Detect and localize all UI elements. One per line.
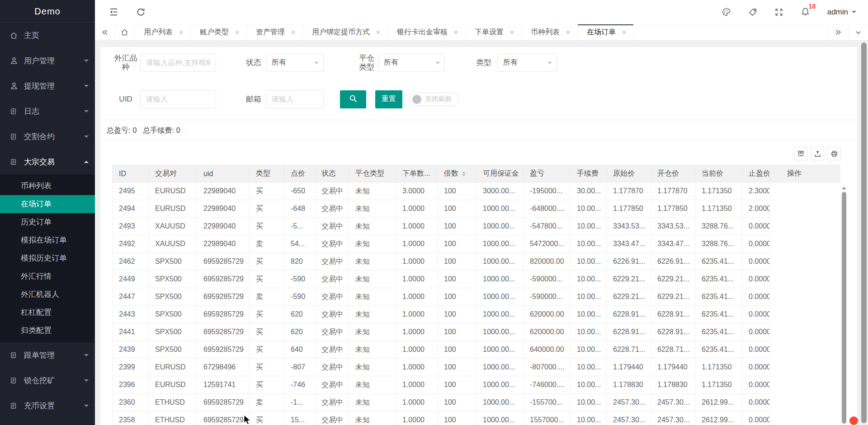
- tag-icon[interactable]: [748, 8, 757, 17]
- tabs-scroll-left-button[interactable]: [95, 24, 115, 40]
- sidebar-item[interactable]: 用户管理: [0, 48, 95, 73]
- page-scrollbar[interactable]: [860, 41, 868, 425]
- table-cell: 620000.00: [524, 323, 571, 341]
- close-type-select[interactable]: 所有: [378, 54, 445, 72]
- sidebar-subitem[interactable]: 历史订单: [0, 213, 95, 231]
- tab-active[interactable]: 在场订单: [578, 24, 634, 40]
- sidebar-item[interactable]: 锁仓挖矿: [0, 368, 95, 393]
- reset-button[interactable]: 重置: [375, 90, 402, 108]
- tab-close-icon[interactable]: [375, 29, 381, 35]
- tab[interactable]: 用户列表: [135, 24, 191, 40]
- sidebar-subitem[interactable]: 归类配置: [0, 322, 95, 340]
- table-cell: 2447: [113, 288, 149, 306]
- tab[interactable]: 账户类型: [191, 24, 247, 40]
- table-scrollbar[interactable]: [840, 182, 847, 425]
- tabs-scroll-right-button[interactable]: [828, 24, 848, 40]
- email-input[interactable]: [266, 90, 324, 108]
- search-button[interactable]: [340, 90, 366, 108]
- symbol-input[interactable]: [140, 54, 216, 72]
- tab-close-icon[interactable]: [509, 29, 515, 35]
- column-header: 当前价: [695, 165, 742, 182]
- tab[interactable]: 下单设置: [466, 24, 522, 40]
- tab-close-icon[interactable]: [178, 29, 184, 35]
- table-cell: 2449: [113, 271, 149, 288]
- table-cell: 6229.21...: [607, 288, 651, 306]
- sort-icon[interactable]: [462, 170, 466, 178]
- table-cell: 1.0000: [396, 359, 438, 376]
- table-cell: 0.0000: [742, 306, 770, 323]
- sidebar-item-label: 大宗交易: [24, 157, 55, 167]
- page-scrollbar-thumb[interactable]: [861, 42, 867, 423]
- tabs-menu-button[interactable]: [848, 24, 868, 40]
- sidebar-subitem[interactable]: 在场订单: [0, 195, 95, 213]
- table-cell: -590000...: [524, 288, 571, 306]
- table-cell: 1.0000: [396, 218, 438, 235]
- status-select[interactable]: 所有: [266, 54, 324, 72]
- table-cell: -648000....: [524, 200, 571, 218]
- home-icon: [10, 31, 18, 39]
- collapse-menu-icon[interactable]: [108, 7, 119, 17]
- sidebar-item-label: 主页: [24, 30, 39, 41]
- sidebar-subitem[interactable]: 外汇行情: [0, 267, 95, 285]
- sidebar: Demo 主页用户管理提现管理日志交割合约大宗交易币种列表在场订单历史订单模拟在…: [0, 0, 95, 425]
- palette-icon[interactable]: [722, 7, 731, 17]
- column-header-label: 开仓价: [657, 169, 679, 177]
- sidebar-item[interactable]: 大宗交易: [0, 149, 95, 174]
- table-cell: 6235.41...: [695, 306, 742, 323]
- column-header-label: 止盈价: [749, 169, 770, 177]
- auto-refresh-toggle[interactable]: 关闭刷新: [410, 93, 459, 106]
- tab-close-icon[interactable]: [234, 29, 240, 35]
- type-select[interactable]: 所有: [497, 54, 557, 72]
- sidebar-item-label: 日志: [24, 106, 39, 117]
- tab-close-icon[interactable]: [453, 29, 459, 35]
- sidebar-item[interactable]: 交割合约: [0, 124, 95, 149]
- user-menu[interactable]: admin: [827, 8, 856, 17]
- table-cell: [770, 306, 840, 323]
- table-cell: SPX500: [149, 306, 197, 323]
- tab-close-icon[interactable]: [565, 29, 571, 35]
- export-icon[interactable]: [811, 147, 824, 160]
- scroll-up-icon[interactable]: [842, 185, 846, 189]
- table-scrollbar-thumb[interactable]: [842, 192, 846, 424]
- table-cell: -807: [284, 359, 315, 376]
- sidebar-item[interactable]: 跟单管理: [0, 342, 95, 368]
- sidebar-subitem[interactable]: 外汇机器人: [0, 285, 95, 304]
- sidebar-item[interactable]: 充币设置: [0, 393, 95, 418]
- tab[interactable]: 银行卡出金审核: [388, 24, 466, 40]
- uid-input[interactable]: [140, 90, 216, 108]
- sidebar-item[interactable]: 日志: [0, 98, 95, 124]
- table-cell: [770, 323, 840, 341]
- home-tab[interactable]: [115, 24, 135, 40]
- sidebar-subitem[interactable]: 模拟历史订单: [0, 249, 95, 267]
- notifications-button[interactable]: 18: [801, 6, 810, 18]
- sidebar-subitem[interactable]: 模拟在场订单: [0, 231, 95, 249]
- tab-close-icon[interactable]: [290, 29, 296, 35]
- print-icon[interactable]: [827, 147, 841, 160]
- table-cell: 640000.00: [524, 341, 571, 359]
- table-cell: -5...: [284, 218, 315, 235]
- tab[interactable]: 币种列表: [522, 24, 578, 40]
- table-cell: 2358: [113, 411, 149, 425]
- sidebar-item[interactable]: 主页: [0, 23, 95, 48]
- doc-icon: [10, 376, 18, 384]
- sidebar-subitem[interactable]: 杠杠配置: [0, 304, 95, 322]
- table-cell: EURUSD: [149, 359, 197, 376]
- table-cell: 6228.91...: [607, 323, 651, 341]
- sidebar-subitem[interactable]: 币种列表: [0, 177, 95, 195]
- topbar: 18 admin: [95, 0, 868, 24]
- tab[interactable]: 资产管理: [247, 24, 303, 40]
- fullscreen-icon[interactable]: [774, 8, 783, 17]
- refresh-icon[interactable]: [136, 7, 146, 17]
- sidebar-item[interactable]: 提现管理: [0, 73, 95, 98]
- table-cell: [770, 218, 840, 235]
- table-cell: 1.0000: [396, 288, 438, 306]
- table-cell: 6959285729: [197, 288, 250, 306]
- table-cell: 5472000...: [524, 235, 571, 253]
- tab-close-icon[interactable]: [621, 29, 627, 35]
- floating-badge[interactable]: [849, 416, 858, 425]
- table-cell: 未知: [349, 359, 396, 376]
- columns-icon[interactable]: [794, 147, 807, 160]
- column-header: 手续费: [571, 165, 607, 182]
- table-cell: 1.171350: [695, 182, 742, 200]
- tab[interactable]: 用户绑定提币方式: [303, 24, 388, 40]
